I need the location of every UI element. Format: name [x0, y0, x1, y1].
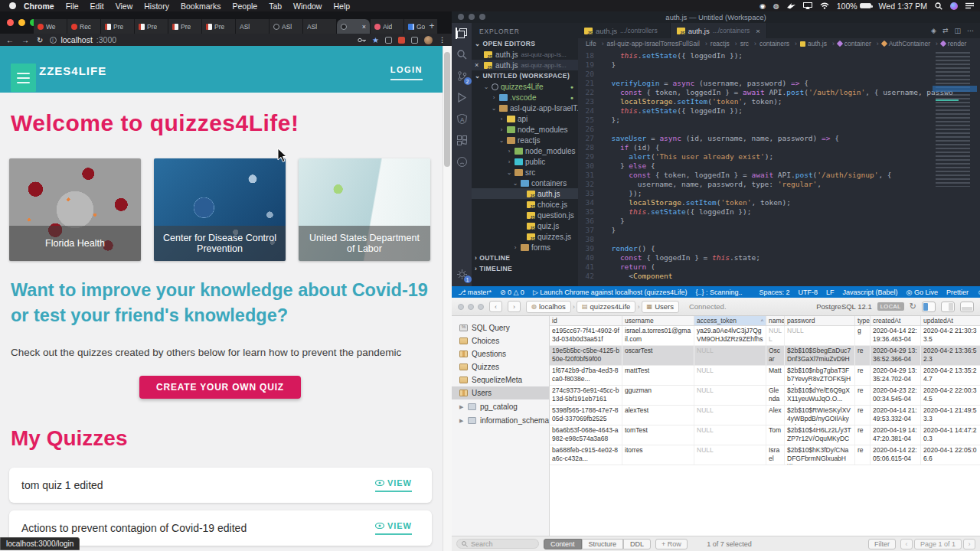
- column-header[interactable]: name: [766, 316, 784, 325]
- back-button[interactable]: ←: [6, 36, 14, 44]
- db-table-crumb[interactable]: ▦Users: [642, 301, 679, 313]
- compare-icon[interactable]: ⇄: [942, 27, 949, 34]
- eol-status[interactable]: LF: [826, 289, 835, 296]
- breadcrumb-item[interactable]: src: [740, 40, 760, 47]
- timeline-section[interactable]: ›TIMELINE: [472, 263, 578, 274]
- expand-arrow-icon[interactable]: ▶: [459, 404, 464, 410]
- column-header[interactable]: username: [622, 316, 694, 325]
- language-status[interactable]: Javascript (Babel): [843, 289, 898, 296]
- db-sidebar-item[interactable]: ▶ SequelizeMeta: [452, 373, 549, 386]
- view-quiz-button[interactable]: VIEW: [375, 521, 412, 535]
- column-header[interactable]: access_token ^: [694, 316, 766, 325]
- menu-file[interactable]: File: [66, 2, 79, 11]
- chrome-window-controls[interactable]: [7, 19, 37, 26]
- more-actions-icon[interactable]: ⋯: [967, 27, 974, 34]
- github-icon[interactable]: [456, 156, 468, 168]
- extension-icon[interactable]: [385, 37, 392, 44]
- tree-item[interactable]: choice.js: [472, 199, 578, 210]
- browser-tab[interactable]: ASl: [236, 19, 270, 34]
- layout-right-toggle[interactable]: [941, 302, 955, 312]
- notification-center-icon[interactable]: [965, 2, 974, 9]
- problems-status[interactable]: ⊘ 0 △ 0: [500, 289, 524, 296]
- menubar-app-name[interactable]: Chrome: [24, 2, 54, 11]
- table-row[interactable]: 5398f565-1788-47e7-805d-337069fb2525 ale…: [550, 406, 980, 425]
- menu-edit[interactable]: Edit: [90, 2, 104, 11]
- prettier-status[interactable]: Prettier: [946, 289, 969, 296]
- db-sidebar-item[interactable]: ▶ information_schema: [452, 414, 549, 427]
- page-scrollbar[interactable]: [443, 46, 452, 551]
- hamburger-menu-button[interactable]: [11, 64, 36, 92]
- camera-extension-icon[interactable]: [411, 37, 418, 44]
- spotlight-icon[interactable]: [935, 2, 942, 10]
- menu-tab[interactable]: Tab: [269, 2, 282, 11]
- breadcrumb-item[interactable]: container: [838, 40, 882, 47]
- browser-tab[interactable]: ASl: [303, 19, 337, 34]
- browser-tab[interactable]: Pre: [168, 19, 202, 34]
- settings-gear-icon[interactable]: 1: [456, 269, 468, 280]
- browser-tab[interactable]: Pre: [202, 19, 236, 34]
- browser-tab[interactable]: Rec: [67, 19, 101, 34]
- tree-item[interactable]: quiz.js: [472, 220, 578, 231]
- db-forward-button[interactable]: ›: [508, 301, 521, 312]
- bookmark-star-icon[interactable]: ★: [372, 36, 379, 44]
- explorer-icon[interactable]: [456, 28, 467, 39]
- search-icon[interactable]: [456, 49, 468, 60]
- content-tab[interactable]: Content: [544, 539, 582, 549]
- table-row[interactable]: 1f6742b9-d7ba-4ed3-8ca0-f8038e... mattTe…: [550, 366, 980, 386]
- resource-card[interactable]: Florida Health: [9, 158, 141, 261]
- feedback-icon[interactable]: ☺: [977, 289, 980, 296]
- breadcrumb-item[interactable]: reactjs: [710, 40, 740, 47]
- view-quiz-button[interactable]: VIEW: [375, 478, 412, 492]
- split-editor-icon[interactable]: ◫: [954, 27, 961, 34]
- browser-tab[interactable]: Pre: [135, 19, 168, 34]
- site-brand[interactable]: ZZES4LIFE: [39, 64, 106, 77]
- code-editor[interactable]: 18 this.setState({ loggedIn }); 19 } 20: [578, 49, 980, 286]
- tree-item[interactable]: ⌄ containers: [472, 178, 578, 188]
- forward-button[interactable]: →: [21, 36, 29, 44]
- editor-tab[interactable]: auth.js .../containers ×: [671, 23, 767, 38]
- git-branch-status[interactable]: ⎇ master*: [458, 289, 492, 296]
- column-header[interactable]: updatedAt: [920, 316, 980, 325]
- screen-record-icon[interactable]: ◉: [760, 2, 766, 10]
- close-tab-icon[interactable]: ×: [756, 27, 760, 35]
- tree-item[interactable]: › public: [472, 156, 578, 167]
- layout-sidebar-toggle[interactable]: [922, 302, 936, 312]
- db-sidebar-item[interactable]: ▶ Users: [452, 386, 549, 399]
- vscode-window-controls[interactable]: [458, 14, 485, 20]
- db-connection-crumb[interactable]: ◍localhos: [526, 301, 571, 313]
- browser-tab[interactable]: ASl: [270, 19, 303, 34]
- breadcrumb-item[interactable]: AuthContainer: [882, 40, 941, 47]
- indent-status[interactable]: Spaces: 2: [759, 289, 789, 296]
- db-back-button[interactable]: ‹: [489, 301, 502, 312]
- tree-item[interactable]: ⌄ src: [472, 167, 578, 178]
- db-search-field[interactable]: Search: [456, 539, 539, 549]
- browser-tab[interactable]: Aid: [371, 19, 404, 34]
- tree-item[interactable]: › node_modules: [472, 124, 578, 135]
- launch-config-status[interactable]: ▷ Launch Chrome against localhost (quizz…: [533, 289, 688, 296]
- column-header[interactable]: password: [784, 316, 854, 325]
- chrome-menu-icon[interactable]: ⋮: [439, 36, 446, 44]
- db-window-controls[interactable]: [458, 304, 484, 310]
- outline-section[interactable]: ›OUTLINE: [472, 253, 578, 263]
- db-sidebar-item[interactable]: ▶ Questions: [452, 347, 549, 360]
- table-row[interactable]: 19e5b5bc-c5be-4125-b50e-f20f0bf59f00 osc…: [550, 346, 980, 366]
- tree-item[interactable]: ⌄ asl-quiz-app-IsraelT...: [472, 103, 578, 113]
- open-editor-item[interactable]: × auth.js asl-quiz-app-Is...: [472, 60, 578, 70]
- layout-bottom-toggle[interactable]: [960, 302, 974, 312]
- tree-item[interactable]: auth.js: [472, 188, 578, 199]
- breadcrumb-item[interactable]: containers: [760, 40, 800, 47]
- db-database-crumb[interactable]: ▤quizzes4Life: [577, 301, 635, 313]
- breadcrumb-item[interactable]: Life: [586, 40, 607, 47]
- wifi-icon[interactable]: [820, 2, 829, 9]
- structure-tab[interactable]: Structure: [582, 539, 624, 549]
- column-header[interactable]: type: [854, 316, 870, 325]
- login-link[interactable]: LOGIN: [390, 65, 423, 80]
- new-tab-button[interactable]: +: [426, 20, 438, 32]
- resource-card[interactable]: Center for Disease Control Prevention: [154, 158, 286, 261]
- tree-item[interactable]: › forms: [472, 242, 578, 253]
- tree-item[interactable]: question.js: [472, 210, 578, 220]
- menu-history[interactable]: History: [144, 2, 169, 11]
- profile-avatar[interactable]: [424, 36, 433, 44]
- creative-cloud-icon[interactable]: ◍: [773, 2, 779, 10]
- tree-item[interactable]: › .vscode ●: [472, 92, 578, 103]
